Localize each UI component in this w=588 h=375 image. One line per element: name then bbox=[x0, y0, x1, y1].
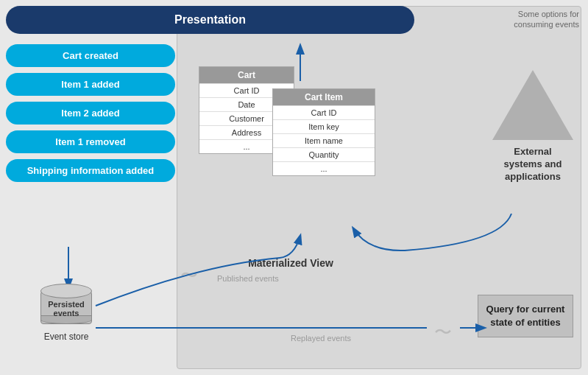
event-store-cylinder: Persistedevents bbox=[40, 284, 92, 328]
event-store-label: Event store bbox=[44, 332, 89, 342]
cart-item-row-4: ... bbox=[273, 161, 375, 175]
event-list: Cart created Item 1 added Item 2 added I… bbox=[6, 44, 175, 182]
materialized-view-label: Materialized View bbox=[191, 257, 390, 269]
query-box-label: Query for current state of entities bbox=[486, 304, 565, 328]
cart-item-row-1: Item key bbox=[273, 119, 375, 133]
event-pill-2: Item 2 added bbox=[6, 102, 175, 125]
presentation-label: Presentation bbox=[174, 13, 246, 27]
published-events-label: Published events bbox=[217, 274, 279, 283]
event-pill-1: Item 1 added bbox=[6, 73, 175, 96]
materialized-view-container: Cart Cart ID Date Customer Address ... C… bbox=[191, 52, 390, 273]
event-store: Persistedevents Event store bbox=[40, 284, 92, 342]
replayed-events-label: Replayed events bbox=[291, 334, 351, 343]
external-systems-container: Externalsystems andapplications bbox=[492, 70, 573, 183]
tilde-published-icon: 〜 bbox=[180, 264, 198, 287]
triangle-icon bbox=[492, 70, 573, 140]
presentation-bar: Presentation bbox=[6, 6, 414, 34]
cylinder-label: Persistedevents bbox=[40, 300, 92, 318]
query-box: Query for current state of entities bbox=[478, 295, 573, 337]
main-container: Presentation Cart created Item 1 added I… bbox=[0, 0, 588, 375]
event-pill-0: Cart created bbox=[6, 44, 175, 67]
cylinder-top bbox=[40, 284, 92, 298]
event-pill-4: Shipping information added bbox=[6, 159, 175, 182]
cart-item-table: Cart Item Cart ID Item key Item name Qua… bbox=[272, 88, 375, 176]
tilde-replayed-icon: 〜 bbox=[434, 320, 452, 344]
cart-item-table-header: Cart Item bbox=[273, 89, 375, 105]
some-options-label: Some options forconsuming events bbox=[514, 9, 579, 30]
external-systems-label: Externalsystems andapplications bbox=[504, 146, 562, 183]
cart-item-row-3: Quantity bbox=[273, 147, 375, 161]
cart-item-row-2: Item name bbox=[273, 133, 375, 147]
cart-table-header: Cart bbox=[199, 67, 294, 83]
cart-item-row-0: Cart ID bbox=[273, 105, 375, 119]
event-pill-3: Item 1 removed bbox=[6, 130, 175, 153]
